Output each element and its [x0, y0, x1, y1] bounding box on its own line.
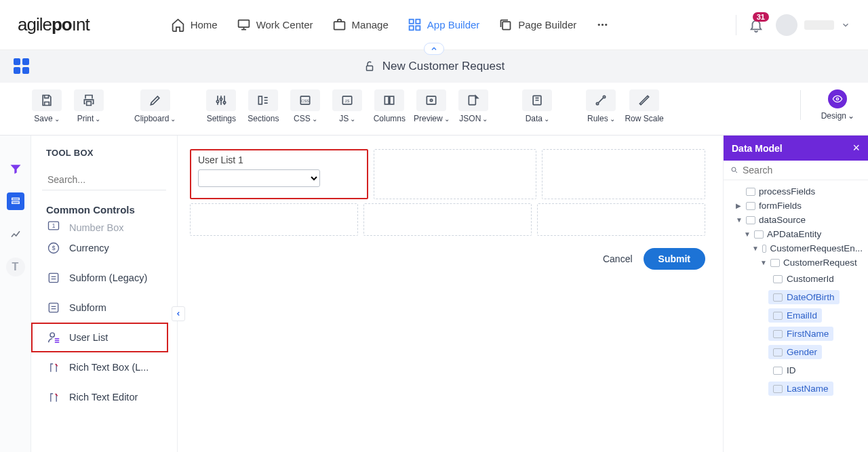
svg-rect-4: [409, 26, 413, 30]
close-icon[interactable]: ×: [852, 141, 860, 155]
canvas-cell-empty[interactable]: [542, 149, 705, 199]
data-model-tree: processFields ▶formFields ▼dataSource ▼A…: [724, 180, 868, 402]
svg-point-11: [217, 100, 219, 102]
svg-point-37: [50, 333, 54, 337]
data-icon: [530, 94, 544, 107]
chevron-down-icon: [841, 20, 850, 30]
preview-button[interactable]: Preview⌄: [413, 89, 450, 123]
nav-label: Page Builder: [518, 19, 576, 30]
json-button[interactable]: JSON⌄: [455, 89, 492, 123]
notifications-button[interactable]: 31: [749, 18, 764, 33]
canvas-cell-user-list[interactable]: User List 1: [190, 149, 368, 199]
columns-icon: [382, 94, 396, 107]
print-icon: [82, 94, 96, 107]
nav-home[interactable]: Home: [171, 18, 218, 32]
canvas-cell-empty[interactable]: [537, 203, 705, 236]
tree-leaf[interactable]: Gender: [724, 343, 868, 361]
svg-rect-23: [469, 96, 476, 104]
nav-work-center[interactable]: Work Center: [237, 18, 313, 32]
tree-leaf[interactable]: CustomerId: [724, 270, 868, 288]
design-button[interactable]: Design⌄: [821, 89, 854, 121]
toolbox-item-rich-text-editor[interactable]: Rich Text Editor: [31, 382, 177, 412]
svg-point-26: [604, 96, 606, 98]
svg-rect-1: [334, 22, 344, 29]
tree-node[interactable]: ▶formFields: [724, 199, 868, 213]
tree-node[interactable]: ▼CustomerRequestEn...: [724, 241, 868, 255]
svg-rect-35: [49, 273, 58, 282]
cancel-button[interactable]: Cancel: [603, 253, 633, 264]
apps-switch-icon[interactable]: [14, 58, 29, 74]
monitor-icon: [237, 18, 251, 32]
preview-icon: [425, 94, 438, 107]
rules-button[interactable]: Rules⌄: [583, 89, 619, 123]
toolbox-item-rich-text-box[interactable]: Rich Text Box (L...: [31, 352, 177, 382]
sections-button[interactable]: Sections: [245, 89, 281, 123]
search-input[interactable]: [47, 174, 166, 185]
user-list-select[interactable]: [198, 169, 320, 187]
chart-icon[interactable]: [7, 225, 24, 243]
tree-node[interactable]: processFields: [724, 184, 868, 199]
chevron-left-icon: [175, 310, 182, 317]
js-button[interactable]: JSJS⌄: [329, 89, 366, 123]
clipboard-button[interactable]: Clipboard⌄: [134, 89, 176, 123]
tree-leaf[interactable]: EmailId: [724, 306, 868, 325]
svg-point-7: [598, 24, 600, 26]
row-scale-button[interactable]: Row Scale: [625, 89, 663, 123]
nav-label: App Builder: [427, 19, 480, 30]
svg-point-9: [605, 24, 607, 26]
left-rail: T: [0, 136, 31, 452]
svg-rect-19: [385, 96, 389, 104]
data-button[interactable]: Data⌄: [519, 89, 555, 123]
canvas-cell-empty[interactable]: [363, 203, 532, 236]
svg-rect-21: [427, 96, 436, 104]
collapse-topbar-button[interactable]: [424, 43, 444, 55]
tree-leaf[interactable]: FirstName: [724, 325, 868, 343]
dots-icon: [595, 18, 610, 32]
search-input[interactable]: [743, 165, 861, 176]
canvas-cell-empty[interactable]: [374, 149, 537, 199]
toolbox-item-currency[interactable]: $ Currency: [31, 233, 177, 263]
unlock-icon: [363, 60, 376, 73]
page-title: New Customer Request: [382, 60, 505, 73]
tree-node[interactable]: ▼APDataEntity: [724, 227, 868, 241]
nav-manage[interactable]: Manage: [332, 18, 389, 32]
tree-leaf[interactable]: LastName: [724, 379, 868, 398]
canvas-cell-empty[interactable]: [190, 203, 358, 236]
tree-leaf[interactable]: DateOfBirth: [724, 288, 868, 306]
toolbox-item-user-list[interactable]: User List: [31, 323, 168, 352]
toolbox-item-subform-legacy[interactable]: Subform (Legacy): [31, 263, 177, 293]
main-area: T TOOL BOX Common Controls 1 Number Box …: [0, 136, 868, 452]
settings-button[interactable]: Settings: [203, 89, 239, 123]
pencil-icon: [149, 94, 162, 107]
svg-rect-29: [12, 202, 19, 204]
save-button[interactable]: Save⌄: [28, 89, 65, 123]
print-button[interactable]: Print⌄: [71, 89, 107, 123]
svg-text:CSS: CSS: [301, 99, 309, 103]
svg-rect-0: [238, 20, 249, 28]
toolbox-item-subform[interactable]: Subform: [31, 293, 177, 323]
user-menu[interactable]: [776, 14, 850, 36]
data-model-search[interactable]: [724, 161, 868, 180]
tree-node[interactable]: ▼dataSource: [724, 213, 868, 227]
toolbox-search[interactable]: [42, 169, 166, 190]
ruler-icon: [637, 94, 651, 107]
chevron-up-icon: [430, 45, 438, 53]
columns-button[interactable]: Columns: [371, 89, 408, 123]
toolbox-collapse-button[interactable]: [172, 306, 185, 321]
search-icon: [730, 165, 738, 175]
svg-text:JS: JS: [345, 99, 350, 103]
form-icon[interactable]: [7, 192, 24, 210]
nav-more[interactable]: [595, 18, 610, 32]
form-canvas: User List 1 Cancel Submit: [178, 136, 723, 452]
nav-app-builder[interactable]: App Builder: [408, 18, 480, 32]
sections-icon: [256, 94, 270, 107]
text-tool-icon[interactable]: T: [6, 258, 25, 276]
css-button[interactable]: CSSCSS⌄: [287, 89, 323, 123]
tree-node[interactable]: ▼CustomerRequest: [724, 255, 868, 270]
tree-leaf[interactable]: ID: [724, 361, 868, 379]
avatar: [776, 14, 797, 36]
toolbox-item-number-box[interactable]: 1 Number Box: [31, 220, 177, 233]
filter-icon[interactable]: [7, 160, 24, 178]
submit-button[interactable]: Submit: [644, 248, 705, 270]
nav-page-builder[interactable]: Page Builder: [498, 18, 576, 32]
